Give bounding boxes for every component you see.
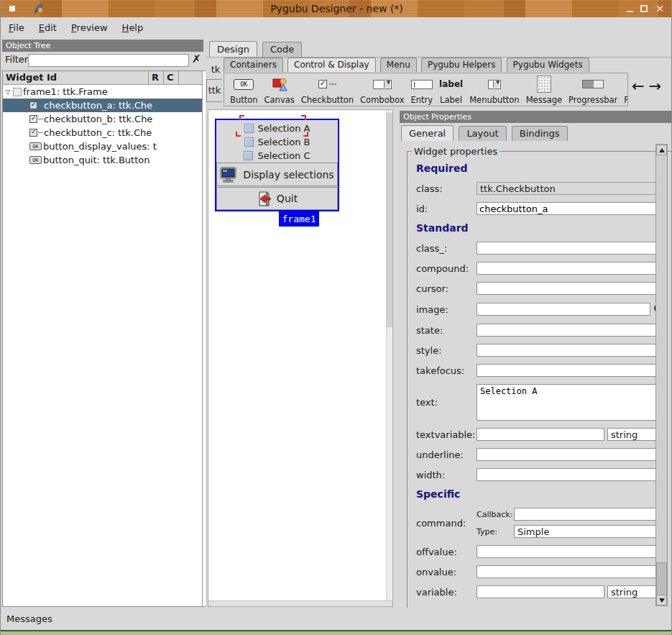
scroll-up-button[interactable] [656, 145, 667, 155]
offvalue-input[interactable] [477, 545, 668, 558]
palette-scroll-right-icon[interactable]: → [649, 78, 666, 95]
maximize-button[interactable] [638, 3, 650, 14]
checkbutton-a-widget[interactable]: Selection A [216, 122, 338, 135]
expander-icon[interactable]: ▽ [3, 88, 13, 96]
palette-item-radiobutton[interactable]: Radiobutton [624, 75, 628, 105]
filter-input[interactable] [28, 54, 189, 67]
prop-row-style: style: [416, 344, 668, 357]
underline-input[interactable] [477, 448, 668, 461]
clear-filter-button[interactable]: ✗ [192, 52, 201, 65]
frame1-tag[interactable]: frame1 [279, 211, 319, 227]
tab-pygubu-helpers[interactable]: Pygubu Helpers [421, 58, 502, 72]
selection-marker-bottom-right [303, 132, 308, 137]
palette-item-checkbutton[interactable]: Checkbutton [301, 75, 354, 105]
palette-item-menubutton[interactable]: Menubutton [469, 75, 520, 105]
checkbutton-icon [29, 129, 37, 137]
properties-scrollbar[interactable] [655, 144, 668, 606]
tab-pygubu-widgets[interactable]: Pygubu Widgets [507, 58, 589, 72]
tree-row-checkbutton-a[interactable]: checkbutton_a: ttk.Che [3, 99, 202, 112]
frame1-preview[interactable]: Selection A Selection B Selection C [215, 119, 339, 211]
checkbutton-b-widget[interactable]: Selection B [216, 135, 338, 149]
properties-tabs: General Layout Bindings [401, 125, 570, 142]
close-button[interactable]: ✕ [654, 3, 666, 14]
canvas-hscrollbar[interactable] [208, 600, 392, 606]
menu-preview[interactable]: Preview [65, 20, 114, 35]
tab-design[interactable]: Design [209, 41, 257, 57]
menu-help[interactable]: Help [116, 20, 150, 35]
command-type-combobox[interactable]: Simple [514, 525, 668, 538]
palette-item-progressbar[interactable]: Progressbar [569, 75, 617, 105]
tree-row-button-display-values[interactable]: OK button_display_values: t [3, 140, 202, 153]
compound-combobox[interactable] [477, 262, 668, 275]
palette-item-entry[interactable]: Entry [410, 75, 433, 105]
class_-input[interactable] [477, 242, 668, 255]
tree-row-label: button_display_values: t [43, 141, 157, 152]
tab-ttk[interactable]: ttk [206, 79, 222, 102]
tree-row-button-quit[interactable]: OK button_quit: ttk.Button [3, 153, 202, 167]
column-r[interactable]: R [149, 71, 164, 84]
quit-button[interactable]: Quit [216, 187, 338, 210]
style-combobox[interactable] [477, 344, 668, 357]
message-widget-icon [537, 76, 551, 93]
id-input[interactable] [477, 202, 668, 215]
prop-row-cursor: cursor: [416, 282, 668, 295]
variable-input[interactable] [477, 585, 604, 598]
menubutton-widget-icon [488, 80, 501, 89]
tab-containers[interactable]: Containers [224, 58, 283, 72]
tab-menu[interactable]: Menu [380, 58, 417, 72]
column-c[interactable]: C [164, 71, 179, 84]
widget-properties-group: Widget properties Required class: ttk.Ch… [407, 146, 672, 608]
tab-general[interactable]: General [401, 125, 454, 141]
width-input[interactable] [477, 468, 668, 481]
checkbox-icon [244, 151, 253, 160]
image-input[interactable] [477, 303, 650, 316]
scrollbar-thumb[interactable] [656, 562, 667, 595]
text-textarea[interactable]: Selection A [477, 384, 668, 421]
main-tabs: Design Code [209, 41, 304, 58]
checkbutton-b-label: Selection B [258, 137, 310, 147]
tab-control-display[interactable]: Control & Display [287, 58, 376, 72]
tab-tk[interactable]: tk [208, 62, 224, 78]
palette-scroll-left-icon[interactable]: ← [632, 78, 649, 95]
onvalue-input[interactable] [477, 565, 668, 578]
display-selections-button[interactable]: Display selections [216, 163, 338, 186]
dash-icon [38, 132, 43, 133]
checkbutton-c-widget[interactable]: Selection C [216, 149, 338, 163]
tree-row-checkbutton-c[interactable]: checkbutton_c: ttk.Che [3, 126, 202, 140]
takefocus-combobox[interactable] [477, 364, 668, 377]
textvariable-input[interactable] [477, 428, 604, 441]
palette-item-combobox[interactable]: Combobox [360, 75, 404, 105]
column-blank [179, 71, 202, 84]
selection-marker-bottom-left [236, 132, 241, 137]
quit-label: Quit [277, 193, 298, 204]
scroll-down-button[interactable] [656, 595, 667, 606]
palette-item-message[interactable]: Message [526, 75, 562, 105]
label-widget-icon: label [439, 79, 463, 89]
button-icon: OK [29, 156, 42, 164]
palette-item-label[interactable]: label Label [439, 75, 463, 105]
minimize-button[interactable] [624, 3, 635, 14]
dash-icon [38, 119, 43, 119]
state-combobox[interactable] [477, 324, 668, 337]
tab-layout[interactable]: Layout [459, 126, 506, 141]
prop-row-textvariable: textvariable: string [416, 428, 668, 441]
canvas-vscrollbar[interactable] [386, 110, 392, 606]
object-tree: Widget Id R C ▽ frame1: ttk.Frame checkb… [2, 70, 209, 607]
window-title: Pygubu Designer - new (*) [1, 0, 672, 17]
tab-bindings[interactable]: Bindings [512, 126, 568, 141]
checkbutton-a-label: Selection A [258, 123, 310, 134]
menu-edit[interactable]: Edit [32, 20, 63, 35]
menu-file[interactable]: File [2, 20, 31, 35]
tree-row-frame1[interactable]: ▽ frame1: ttk.Frame [3, 85, 202, 99]
palette-item-button[interactable]: OK Button [230, 75, 258, 105]
tab-code[interactable]: Code [262, 42, 302, 57]
tree-row-checkbutton-b[interactable]: checkbutton_b: ttk.Che [3, 112, 202, 126]
titlebar[interactable]: Pygubu Designer - new (*) ✕ [1, 0, 672, 17]
cursor-combobox[interactable] [477, 282, 668, 295]
object-tree-header: Object Tree [2, 40, 203, 52]
command-callback-input[interactable] [514, 508, 668, 521]
palette-item-canvas[interactable]: Canvas [264, 75, 295, 105]
design-canvas[interactable]: Selection A Selection B Selection C [208, 109, 393, 607]
column-widget-id[interactable]: Widget Id [3, 71, 149, 84]
prop-row-command: command: Callback: Type: Simple [416, 508, 668, 538]
